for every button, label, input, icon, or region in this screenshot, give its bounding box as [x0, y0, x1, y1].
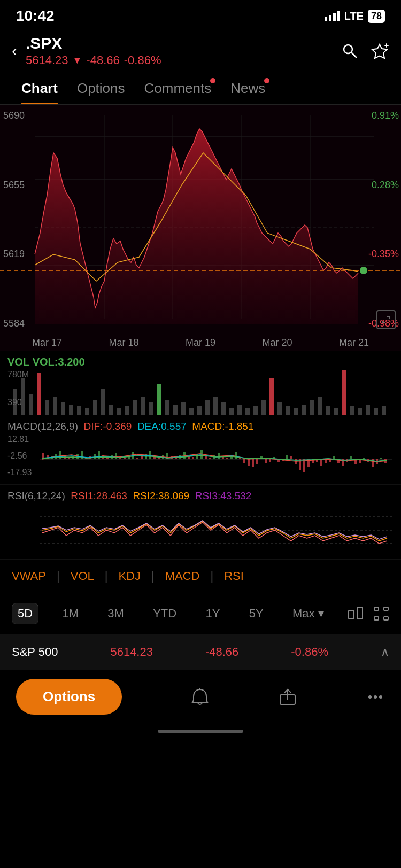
tab-comments[interactable]: Comments: [135, 75, 221, 104]
divider-4: |: [211, 569, 214, 583]
time-right-icons: [348, 606, 389, 621]
more-icon[interactable]: [366, 687, 385, 707]
header-right: [341, 42, 389, 59]
sp500-bar: S&P 500 5614.23 -48.66 -0.86% ∧: [0, 634, 401, 670]
time-ytd[interactable]: YTD: [148, 603, 182, 624]
volume-section: VOL VOL:3.200 780M 390: [0, 351, 401, 415]
svg-rect-127: [320, 459, 322, 466]
svg-rect-74: [94, 454, 96, 459]
home-indicator: [0, 723, 401, 737]
options-button[interactable]: Options: [16, 679, 122, 715]
header: ‹ .SPX 5614.23 ▼ -48.66 -0.86%: [0, 29, 401, 73]
pill-vol[interactable]: VOL: [71, 569, 94, 583]
svg-rect-40: [221, 402, 226, 416]
svg-rect-50: [302, 405, 306, 416]
svg-rect-119: [286, 455, 288, 459]
svg-rect-66: [59, 451, 61, 459]
y-right-1: 0.28%: [366, 180, 399, 191]
svg-rect-120: [290, 456, 292, 459]
back-button[interactable]: ‹: [12, 42, 17, 60]
watchlist-icon[interactable]: [370, 42, 389, 59]
y-label-0: 5690: [3, 110, 34, 121]
svg-rect-26: [109, 405, 113, 416]
svg-rect-112: [256, 459, 258, 464]
status-bar: 10:42 LTE 78: [0, 0, 401, 29]
svg-rect-52: [318, 397, 322, 416]
svg-rect-47: [277, 402, 282, 416]
svg-rect-109: [243, 459, 245, 463]
divider-1: |: [57, 569, 60, 583]
x-label-4: Mar 21: [339, 337, 369, 348]
status-time: 10:42: [16, 7, 55, 25]
svg-rect-31: [149, 402, 153, 416]
tab-news[interactable]: News: [221, 75, 275, 104]
pill-vwap[interactable]: VWAP: [12, 569, 46, 583]
price-chart: 5690 5655 5619 5584 0.91% 0.28% -0.35% -…: [0, 105, 401, 351]
rsi-title: RSI(6,12,24) RSI1:28.463 RSI2:38.069 RSI…: [7, 490, 394, 502]
svg-rect-110: [248, 459, 250, 466]
indicator-pills: VWAP | VOL | KDJ | MACD | RSI: [0, 559, 401, 593]
compare-icon[interactable]: [348, 606, 364, 621]
svg-rect-32: [157, 384, 161, 416]
ticker-info: .SPX 5614.23 ▼ -48.66 -0.86%: [26, 34, 161, 67]
share-icon[interactable]: [278, 687, 297, 707]
svg-rect-134: [350, 456, 352, 459]
search-icon[interactable]: [341, 42, 358, 59]
signal-bar-3: [333, 13, 336, 21]
tabs: Chart Options Comments News: [0, 75, 401, 105]
svg-rect-55: [342, 370, 346, 416]
svg-rect-85: [141, 456, 143, 459]
time-5d[interactable]: 5D: [12, 603, 38, 624]
tab-chart[interactable]: Chart: [12, 75, 67, 104]
svg-rect-15: [21, 378, 25, 416]
svg-rect-30: [141, 397, 145, 416]
svg-rect-14: [13, 389, 17, 416]
svg-rect-38: [205, 400, 210, 416]
pill-macd[interactable]: MACD: [165, 569, 200, 583]
time-max[interactable]: Max ▾: [287, 603, 329, 624]
volume-title: VOL VOL:3.200: [7, 356, 394, 368]
svg-rect-105: [226, 458, 228, 459]
svg-rect-114: [265, 459, 267, 463]
svg-rect-79: [115, 453, 117, 459]
svg-rect-146: [349, 610, 354, 619]
pill-rsi[interactable]: RSI: [224, 569, 244, 583]
time-5y[interactable]: 5Y: [244, 603, 269, 624]
svg-rect-58: [366, 405, 370, 416]
alert-icon[interactable]: [190, 687, 210, 707]
time-1m[interactable]: 1M: [57, 603, 84, 624]
svg-rect-25: [101, 389, 105, 416]
signal-bar-2: [329, 15, 331, 21]
svg-rect-84: [136, 458, 138, 459]
svg-rect-35: [181, 402, 186, 416]
y-label-2: 5619: [3, 249, 34, 260]
home-bar: [158, 730, 243, 733]
expand-icon[interactable]: [376, 310, 396, 329]
svg-rect-148: [374, 607, 379, 610]
y-label-1: 5655: [3, 180, 34, 191]
time-3m[interactable]: 3M: [102, 603, 129, 624]
time-1y[interactable]: 1Y: [200, 603, 226, 624]
svg-rect-128: [325, 459, 327, 463]
pill-kdj[interactable]: KDJ: [118, 569, 141, 583]
svg-rect-68: [68, 458, 70, 459]
svg-rect-137: [363, 458, 365, 459]
ticker-arrow: ▼: [73, 55, 82, 66]
svg-rect-97: [192, 457, 194, 459]
fullscreen-icon[interactable]: [373, 606, 389, 621]
svg-rect-108: [239, 458, 241, 459]
status-right: LTE 78: [325, 10, 385, 23]
svg-point-156: [374, 695, 377, 699]
macd-section: MACD(12,26,9) DIF:-0.369 DEA:0.557 MACD:…: [0, 415, 401, 484]
svg-rect-141: [380, 458, 382, 459]
chart-y-labels-left: 5690 5655 5619 5584: [0, 105, 37, 335]
x-label-0: Mar 17: [32, 337, 62, 348]
chart-y-labels-right: 0.91% 0.28% -0.35% -0.98%: [364, 105, 401, 335]
svg-rect-100: [205, 456, 207, 459]
sp500-chevron[interactable]: ∧: [381, 645, 389, 659]
svg-rect-46: [269, 378, 274, 416]
svg-rect-111: [252, 459, 254, 467]
tab-options[interactable]: Options: [67, 75, 135, 104]
ticker-change-pct: -0.86%: [124, 53, 161, 67]
svg-line-1: [351, 52, 356, 57]
